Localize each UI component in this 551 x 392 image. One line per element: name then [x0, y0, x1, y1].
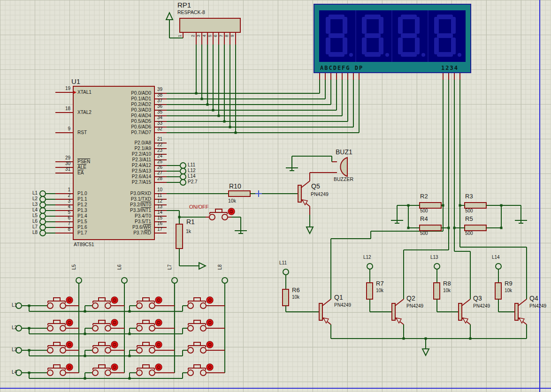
- transistor-q1[interactable]: [319, 299, 331, 324]
- r10-ref: R10: [229, 183, 241, 189]
- mcu-ref: U1: [71, 78, 80, 85]
- pin-number: 6: [214, 35, 218, 37]
- terminal-label: L11: [188, 163, 195, 167]
- terminal-label: L8: [218, 264, 222, 270]
- display-digit: [434, 15, 456, 57]
- display-digit: [326, 15, 347, 57]
- terminal-label: L3: [23, 202, 38, 207]
- terminal-label: L7: [23, 225, 38, 229]
- keypad-row-4: [22, 364, 225, 380]
- pin-number: 8: [225, 35, 229, 37]
- seven-segment-display[interactable]: [314, 4, 471, 73]
- r1-ref: R1: [186, 219, 195, 225]
- terminal-label: L11: [279, 261, 287, 265]
- pin-number: 1: [178, 35, 182, 37]
- terminal-label: L3: [4, 347, 17, 352]
- mcu-part: AT89C51: [74, 242, 94, 247]
- digit-resistors[interactable]: [391, 203, 527, 231]
- digit-select-wires: [331, 73, 527, 299]
- respack-part: RESPACK-8: [177, 10, 205, 15]
- transistor-q3[interactable]: [459, 299, 470, 324]
- pin-number: 4: [202, 35, 207, 37]
- transistor-q4[interactable]: [515, 299, 527, 324]
- display-digit: [362, 15, 383, 57]
- keypad-row-2: [22, 319, 225, 335]
- terminal-label: L6: [23, 219, 38, 224]
- schematic-canvas: ABCDEFG DP 1234 U1 AT89C51 RP1 RESPACK-8…: [0, 0, 551, 392]
- transistor-q5[interactable]: [298, 181, 310, 206]
- buzzer-symbol[interactable]: [340, 158, 347, 176]
- p0-bus-wires: [167, 73, 359, 133]
- display-digit-pin-labels: 1234: [441, 65, 459, 71]
- pin-number: 3: [197, 35, 201, 37]
- pin-number: 7: [219, 35, 223, 37]
- terminal-label: P2.7: [188, 180, 198, 184]
- buzzer-value: BUZZER: [334, 177, 353, 182]
- terminal-label: L14: [492, 255, 500, 260]
- q5-value: PN4249: [311, 192, 329, 197]
- terminal-label: L4: [23, 208, 38, 212]
- terminal-label: L5: [72, 264, 77, 270]
- pin-number: 2: [191, 35, 195, 37]
- terminal-label: L5: [23, 213, 38, 218]
- keypad-row-1: [22, 297, 225, 313]
- terminal-label: L8: [23, 230, 38, 235]
- transistor-q2[interactable]: [392, 299, 404, 324]
- r10-value: 10k: [228, 198, 236, 204]
- terminal-label: L1: [4, 303, 17, 308]
- terminal-label: L2: [4, 325, 17, 330]
- terminal-label: L2: [23, 196, 38, 201]
- terminal-label: L14: [188, 174, 196, 179]
- terminal-label: L7: [168, 264, 172, 270]
- digit-drivers[interactable]: [283, 264, 527, 355]
- keypad-matrix[interactable]: [16, 278, 228, 380]
- terminal-label: L4: [4, 370, 17, 375]
- respack-ref: RP1: [177, 1, 191, 8]
- terminal-label: L6: [117, 264, 122, 270]
- keypad-row-3: [22, 341, 225, 357]
- display-digit: [398, 15, 420, 57]
- display-segment-pin-labels: ABCDEFG DP: [320, 65, 363, 71]
- terminal-label: L12: [363, 255, 371, 260]
- pin-number: 9: [230, 35, 235, 37]
- onoff-button[interactable]: [209, 208, 235, 220]
- buzzer-ref: BUZ1: [336, 149, 352, 155]
- terminal-label: L1: [23, 191, 38, 196]
- terminal-label: L12: [188, 168, 196, 173]
- pin-number: 5: [208, 35, 212, 37]
- r1-value: 1k: [186, 229, 191, 234]
- q5-ref: Q5: [311, 183, 320, 189]
- display-screen: [319, 10, 466, 62]
- onoff-circuit[interactable]: [167, 208, 247, 269]
- onoff-label: ON/OFF: [189, 204, 209, 210]
- terminal-label: L13: [430, 255, 438, 260]
